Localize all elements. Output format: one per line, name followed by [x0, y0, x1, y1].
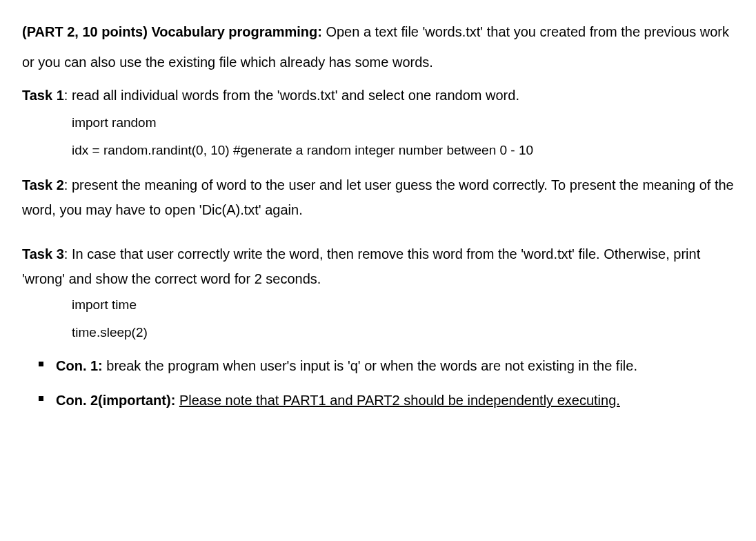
task1-line: Task 1: read all individual words from t…	[22, 83, 734, 108]
task2-text: : present the meaning of word to the use…	[22, 177, 734, 217]
con1-row: Con. 1: break the program when user's in…	[22, 352, 734, 380]
task1-label: Task 1	[22, 88, 64, 103]
con2-row: Con. 2(important): Please note that PART…	[22, 386, 734, 414]
intro-paragraph: (PART 2, 10 points) Vocabulary programmi…	[22, 17, 734, 77]
task3-code-block: import time time.sleep(2)	[22, 293, 734, 345]
task1-code-line-1: import random	[72, 110, 734, 135]
bullet-icon	[39, 362, 43, 366]
bullet-icon	[39, 396, 43, 401]
task1-code-block: import random idx = random.randint(0, 10…	[22, 110, 734, 163]
con2-label: Con. 2(important):	[56, 393, 175, 408]
con1-text: break the program when user's input is '…	[103, 358, 637, 373]
task1-code-line-2: idx = random.randint(0, 10) #generate a …	[72, 138, 734, 163]
con1-content: Con. 1: break the program when user's in…	[56, 352, 734, 380]
task3-line: Task 3: In case that user correctly writ…	[22, 242, 734, 291]
con1-label: Con. 1:	[56, 358, 103, 373]
task3-code-line-2: time.sleep(2)	[72, 320, 734, 345]
task3-text: : In case that user correctly write the …	[22, 246, 700, 286]
task1-text: : read all individual words from the 'wo…	[64, 88, 519, 103]
task3-label: Task 3	[22, 246, 64, 262]
part2-heading: (PART 2, 10 points) Vocabulary programmi…	[22, 24, 322, 39]
task3-code-line-1: import time	[72, 293, 734, 317]
task2-label: Task 2	[22, 177, 64, 193]
con2-content: Con. 2(important): Please note that PART…	[56, 386, 734, 414]
task2-line: Task 2: present the meaning of word to t…	[22, 173, 734, 222]
con2-text: Please note that PART1 and PART2 should …	[179, 393, 620, 408]
